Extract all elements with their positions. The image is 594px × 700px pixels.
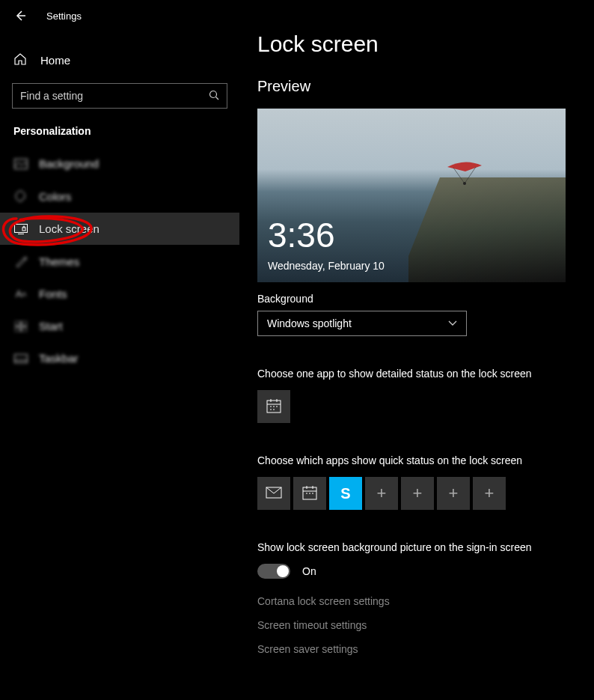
link-cortana-settings[interactable]: Cortana lock screen settings	[257, 595, 594, 607]
quick-app-add[interactable]: +	[473, 477, 506, 510]
sidebar-item-start[interactable]: Start	[0, 310, 239, 342]
fonts-icon: AA	[13, 288, 28, 299]
header-title: Settings	[46, 10, 82, 22]
home-nav[interactable]: Home	[0, 42, 239, 79]
signin-pic-toggle[interactable]	[257, 564, 290, 579]
sidebar: Settings Home Personalization Background…	[0, 0, 239, 700]
category-heading: Personalization	[0, 109, 239, 147]
header-bar: Settings	[0, 0, 239, 28]
themes-icon	[13, 255, 28, 268]
svg-point-15	[463, 182, 466, 185]
sidebar-item-label: Background	[39, 157, 99, 170]
link-screensaver-settings[interactable]: Screen saver settings	[257, 643, 594, 655]
toggle-knob	[277, 565, 289, 577]
plus-icon: +	[485, 484, 495, 503]
plus-icon: +	[449, 484, 459, 503]
sidebar-item-taskbar[interactable]: Taskbar	[0, 342, 239, 374]
quick-app-add[interactable]: +	[365, 477, 398, 510]
svg-rect-11	[15, 354, 28, 362]
svg-rect-8	[22, 321, 27, 326]
quick-app-calendar[interactable]	[293, 477, 326, 510]
sidebar-item-label: Fonts	[39, 287, 67, 300]
sidebar-item-label: Lock screen	[39, 222, 99, 235]
quick-app-skype[interactable]: S	[329, 477, 362, 510]
toggle-state: On	[302, 565, 316, 577]
plus-icon: +	[377, 484, 387, 503]
svg-rect-7	[15, 321, 20, 326]
chevron-down-icon	[448, 318, 457, 329]
svg-rect-10	[22, 327, 27, 332]
sidebar-item-background[interactable]: Background	[0, 147, 239, 180]
skype-icon: S	[340, 485, 350, 502]
image-icon	[13, 159, 28, 169]
lock-screen-icon	[13, 224, 28, 234]
sidebar-item-label: Start	[39, 320, 63, 332]
quick-status-label: Choose which apps show quick status on t…	[257, 454, 594, 466]
sidebar-item-label: Themes	[39, 255, 79, 268]
plus-icon: +	[413, 484, 423, 503]
back-icon[interactable]	[13, 9, 27, 22]
quick-app-add[interactable]: +	[401, 477, 434, 510]
start-icon	[13, 321, 28, 332]
detailed-app-tile[interactable]	[257, 390, 290, 423]
svg-rect-3	[15, 159, 28, 168]
quick-app-mail[interactable]	[257, 477, 290, 510]
calendar-icon	[266, 398, 282, 416]
background-label: Background	[257, 293, 594, 305]
sidebar-item-lock-screen[interactable]: Lock screen	[0, 213, 239, 245]
link-timeout-settings[interactable]: Screen timeout settings	[257, 619, 594, 631]
sidebar-item-label: Taskbar	[39, 352, 79, 365]
svg-rect-6	[22, 228, 25, 231]
taskbar-icon	[13, 354, 28, 363]
svg-line-2	[216, 97, 219, 100]
preview-date: Wednesday, February 10	[268, 260, 385, 272]
signin-pic-toggle-row: On	[257, 564, 594, 579]
page-title: Lock screen	[257, 31, 594, 57]
calendar-icon	[301, 484, 318, 503]
sidebar-item-colors[interactable]: Colors	[0, 180, 239, 213]
svg-rect-9	[15, 327, 20, 332]
palette-icon	[13, 189, 28, 203]
lock-screen-preview: 3:36 Wednesday, February 10	[257, 109, 566, 282]
preview-heading: Preview	[257, 78, 594, 95]
search-field[interactable]	[20, 90, 209, 102]
sidebar-item-label: Colors	[39, 190, 71, 203]
paraglider-icon	[446, 161, 483, 186]
background-dropdown[interactable]: Windows spotlight	[257, 311, 467, 336]
detailed-status-label: Choose one app to show detailed status o…	[257, 368, 594, 380]
sidebar-item-themes[interactable]: Themes	[0, 245, 239, 278]
preview-time: 3:36	[268, 215, 335, 255]
home-icon	[13, 52, 27, 68]
quick-app-row: S + + + +	[257, 477, 594, 510]
sidebar-item-fonts[interactable]: AA Fonts	[0, 278, 239, 310]
main-content: Lock screen Preview 3:36 Wednesday, Febr…	[239, 0, 594, 700]
svg-point-1	[210, 91, 217, 97]
signin-pic-label: Show lock screen background picture on t…	[257, 541, 594, 553]
mail-icon	[266, 487, 282, 501]
search-icon	[209, 90, 219, 103]
dropdown-value: Windows spotlight	[267, 317, 352, 329]
home-label: Home	[40, 54, 70, 67]
search-input[interactable]	[12, 83, 227, 109]
detailed-app-row	[257, 390, 594, 423]
preview-landscape	[408, 177, 566, 282]
quick-app-add[interactable]: +	[437, 477, 470, 510]
